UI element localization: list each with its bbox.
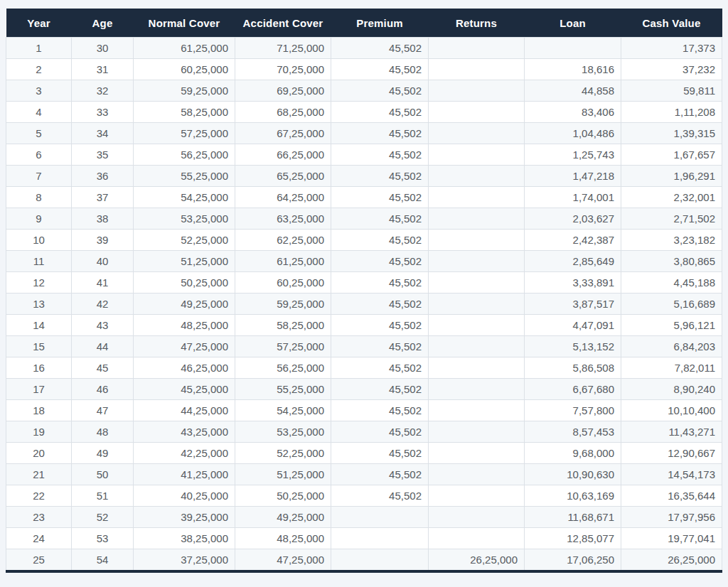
cell-cash-value: 17,97,956 xyxy=(621,507,722,528)
cell-returns xyxy=(429,315,525,336)
cell-accident-cover: 47,25,000 xyxy=(235,549,331,572)
table-header: YearAgeNormal CoverAccident CoverPremium… xyxy=(6,9,722,38)
cell-loan: 2,42,387 xyxy=(525,230,621,251)
cell-loan: 3,33,891 xyxy=(525,272,621,294)
cell-year: 16 xyxy=(6,357,72,379)
cell-year: 8 xyxy=(6,187,72,208)
cell-accident-cover: 59,25,000 xyxy=(235,294,331,315)
cell-cash-value: 1,96,291 xyxy=(621,166,722,187)
table-row: 13061,25,00071,25,00045,50217,373 xyxy=(6,38,722,59)
cell-returns xyxy=(429,379,525,400)
cell-premium: 45,502 xyxy=(331,230,429,251)
cell-normal-cover: 59,25,000 xyxy=(134,80,235,102)
table-row: 63556,25,00066,25,00045,5021,25,7431,67,… xyxy=(6,144,722,166)
column-header-year: Year xyxy=(6,9,72,38)
cell-premium: 45,502 xyxy=(331,208,429,230)
table-row: 204942,25,00052,25,00045,5029,68,00012,9… xyxy=(6,443,722,464)
cell-returns xyxy=(429,144,525,166)
cell-returns xyxy=(429,400,525,421)
cell-age: 50 xyxy=(72,464,134,485)
column-header-age: Age xyxy=(72,9,134,38)
cell-normal-cover: 51,25,000 xyxy=(134,251,235,272)
cell-premium: 45,502 xyxy=(331,59,429,80)
cell-loan: 6,67,680 xyxy=(525,379,621,400)
column-header-normal-cover: Normal Cover xyxy=(134,9,235,38)
cell-normal-cover: 47,25,000 xyxy=(134,336,235,357)
cell-age: 52 xyxy=(72,507,134,528)
cell-year: 9 xyxy=(6,208,72,230)
cell-premium: 45,502 xyxy=(331,315,429,336)
cell-age: 49 xyxy=(72,443,134,464)
cell-cash-value: 37,232 xyxy=(621,59,722,80)
cell-age: 43 xyxy=(72,315,134,336)
cell-premium: 45,502 xyxy=(331,421,429,443)
cell-returns xyxy=(429,443,525,464)
cell-premium xyxy=(331,528,429,549)
table-row: 225140,25,00050,25,00045,50210,63,16916,… xyxy=(6,485,722,507)
cell-cash-value: 2,32,001 xyxy=(621,187,722,208)
cell-cash-value: 5,96,121 xyxy=(621,315,722,336)
cell-age: 53 xyxy=(72,528,134,549)
cell-loan: 5,86,508 xyxy=(525,357,621,379)
cell-premium: 45,502 xyxy=(331,336,429,357)
table-row: 33259,25,00069,25,00045,50244,85859,811 xyxy=(6,80,722,102)
cell-age: 30 xyxy=(72,38,134,59)
policy-benefit-table: YearAgeNormal CoverAccident CoverPremium… xyxy=(6,9,722,573)
cell-year: 7 xyxy=(6,166,72,187)
cell-returns xyxy=(429,59,525,80)
cell-year: 19 xyxy=(6,421,72,443)
table-row: 83754,25,00064,25,00045,5021,74,0012,32,… xyxy=(6,187,722,208)
cell-year: 22 xyxy=(6,485,72,507)
cell-cash-value: 26,25,000 xyxy=(621,549,722,572)
cell-year: 2 xyxy=(6,59,72,80)
cell-year: 11 xyxy=(6,251,72,272)
cell-accident-cover: 63,25,000 xyxy=(235,208,331,230)
cell-returns xyxy=(429,272,525,294)
cell-age: 42 xyxy=(72,294,134,315)
cell-year: 14 xyxy=(6,315,72,336)
cell-cash-value: 14,54,173 xyxy=(621,464,722,485)
cell-year: 15 xyxy=(6,336,72,357)
cell-cash-value: 59,811 xyxy=(621,80,722,102)
cell-age: 54 xyxy=(72,549,134,572)
cell-cash-value: 3,23,182 xyxy=(621,230,722,251)
cell-year: 18 xyxy=(6,400,72,421)
cell-premium xyxy=(331,549,429,572)
cell-returns xyxy=(429,294,525,315)
cell-normal-cover: 41,25,000 xyxy=(134,464,235,485)
cell-year: 20 xyxy=(6,443,72,464)
cell-accident-cover: 52,25,000 xyxy=(235,443,331,464)
cell-normal-cover: 57,25,000 xyxy=(134,123,235,144)
cell-loan: 12,85,077 xyxy=(525,528,621,549)
cell-age: 51 xyxy=(72,485,134,507)
cell-loan: 1,25,743 xyxy=(525,144,621,166)
cell-year: 25 xyxy=(6,549,72,572)
cell-accident-cover: 69,25,000 xyxy=(235,80,331,102)
cell-cash-value: 6,84,203 xyxy=(621,336,722,357)
cell-year: 13 xyxy=(6,294,72,315)
column-header-cash-value: Cash Value xyxy=(621,9,722,38)
cell-returns xyxy=(429,80,525,102)
cell-accident-cover: 60,25,000 xyxy=(235,272,331,294)
cell-returns xyxy=(429,507,525,528)
table-row: 114051,25,00061,25,00045,5022,85,6493,80… xyxy=(6,251,722,272)
cell-premium: 45,502 xyxy=(331,187,429,208)
cell-normal-cover: 38,25,000 xyxy=(134,528,235,549)
cell-normal-cover: 37,25,000 xyxy=(134,549,235,572)
cell-year: 17 xyxy=(6,379,72,400)
table-row: 73655,25,00065,25,00045,5021,47,2181,96,… xyxy=(6,166,722,187)
cell-normal-cover: 52,25,000 xyxy=(134,230,235,251)
cell-accident-cover: 57,25,000 xyxy=(235,336,331,357)
cell-year: 10 xyxy=(6,230,72,251)
cell-accident-cover: 67,25,000 xyxy=(235,123,331,144)
table-row: 134249,25,00059,25,00045,5023,87,5175,16… xyxy=(6,294,722,315)
table-row: 215041,25,00051,25,00045,50210,90,63014,… xyxy=(6,464,722,485)
cell-returns xyxy=(429,336,525,357)
table-row: 184744,25,00054,25,00045,5027,57,80010,1… xyxy=(6,400,722,421)
cell-accident-cover: 58,25,000 xyxy=(235,315,331,336)
cell-cash-value: 1,11,208 xyxy=(621,102,722,123)
cell-returns xyxy=(429,166,525,187)
table-row: 154447,25,00057,25,00045,5025,13,1526,84… xyxy=(6,336,722,357)
cell-accident-cover: 53,25,000 xyxy=(235,421,331,443)
cell-accident-cover: 66,25,000 xyxy=(235,144,331,166)
